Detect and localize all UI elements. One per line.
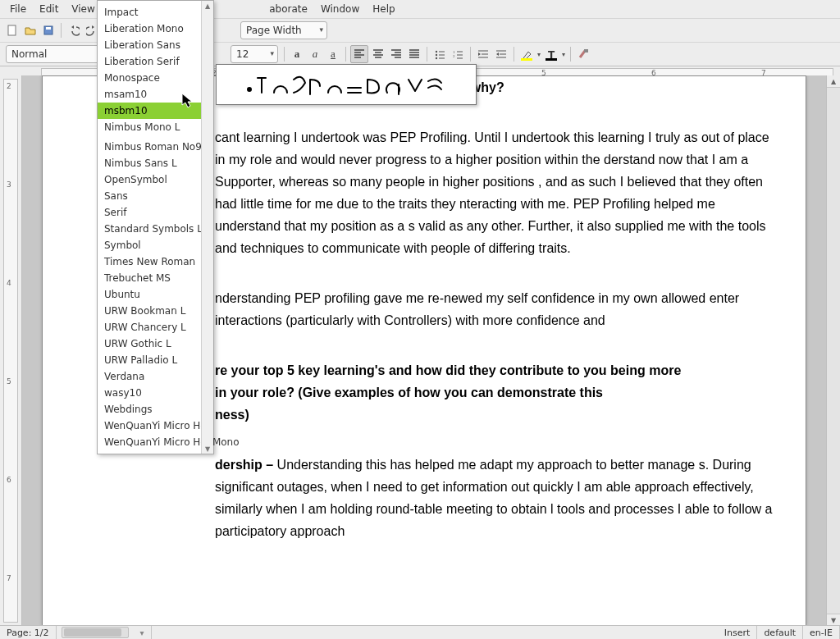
- font-option[interactable]: wasy10: [98, 385, 213, 401]
- font-color-button[interactable]: T: [544, 48, 559, 61]
- ruler-tick: 3: [7, 180, 11, 189]
- dropdown-scrollbar[interactable]: ▲ ▼: [201, 1, 213, 454]
- svg-point-12: [248, 88, 251, 91]
- toolbar-separator: [427, 47, 427, 62]
- status-language[interactable]: en-IE: [803, 626, 840, 639]
- ruler-tick: 5: [7, 377, 11, 386]
- menu-file[interactable]: File: [3, 1, 33, 17]
- align-right-button[interactable]: [388, 46, 404, 62]
- new-icon[interactable]: [5, 23, 20, 38]
- scroll-down-icon[interactable]: ▼: [205, 444, 210, 454]
- font-option[interactable]: URW Palladio L: [98, 352, 213, 368]
- svg-point-6: [436, 51, 437, 52]
- zoom-value: Page Width: [246, 25, 302, 36]
- font-preview-tooltip: [216, 64, 477, 105]
- ruler-tick: 4: [7, 279, 11, 287]
- svg-rect-0: [8, 25, 16, 35]
- status-insert-mode[interactable]: Insert: [718, 626, 758, 639]
- zoom-combo[interactable]: Page Width: [240, 21, 327, 39]
- toolbar-separator: [470, 47, 471, 62]
- font-option[interactable]: msbm10: [98, 103, 213, 119]
- save-icon[interactable]: [41, 23, 56, 38]
- doc-paragraph: nderstanding PEP profiling gave me re-ne…: [215, 287, 773, 331]
- svg-rect-11: [584, 49, 588, 52]
- bullet-list-button[interactable]: [431, 46, 448, 62]
- menu-edit[interactable]: Edit: [33, 1, 65, 17]
- menu-help[interactable]: Help: [366, 1, 401, 17]
- font-option[interactable]: URW Chancery L: [98, 319, 213, 335]
- doc-heading-2-line3: ness): [215, 404, 773, 426]
- paragraph-style-combo[interactable]: Normal: [6, 45, 107, 63]
- font-option[interactable]: Webdings: [98, 401, 213, 418]
- svg-text:2: 2: [453, 54, 455, 58]
- doc-paragraph: cant learning I undertook was PEP Profil…: [215, 126, 773, 259]
- horizontal-scrollbar[interactable]: [62, 627, 129, 638]
- scroll-up-icon[interactable]: ▲: [205, 1, 210, 11]
- font-option[interactable]: msam10: [98, 86, 213, 103]
- font-option[interactable]: Standard Symbols L: [98, 221, 213, 237]
- font-option[interactable]: Trebuchet MS: [98, 270, 213, 286]
- font-option[interactable]: URW Bookman L: [98, 303, 213, 319]
- menu-collaborate[interactable]: aborate: [262, 1, 314, 17]
- toolbar-separator: [514, 47, 514, 62]
- align-left-button[interactable]: [350, 45, 368, 63]
- highlight-color-dropdown[interactable]: ▾: [536, 51, 542, 58]
- font-color-dropdown[interactable]: ▾: [560, 51, 567, 58]
- font-size-value: 12: [236, 48, 249, 60]
- font-option[interactable]: Impact: [98, 4, 213, 21]
- doc-heading-2-line2: in your role? (Give examples of how you …: [215, 381, 773, 404]
- font-option[interactable]: Serif: [98, 204, 213, 221]
- underline-button[interactable]: a: [325, 46, 341, 62]
- font-option[interactable]: Sans: [98, 188, 213, 204]
- font-name-dropdown[interactable]: ImpactLiberation MonoLiberation SansLibe…: [97, 0, 214, 454]
- font-option[interactable]: Nimbus Sans L: [98, 155, 213, 171]
- font-option[interactable]: WenQuanYi Micro Hei: [98, 418, 213, 434]
- font-option[interactable]: Verdana: [98, 368, 213, 385]
- vertical-scrollbar[interactable]: ▲ ▼: [826, 75, 840, 626]
- font-option[interactable]: Liberation Serif: [98, 53, 213, 70]
- menu-window[interactable]: Window: [314, 1, 366, 17]
- toolbar-separator: [345, 47, 346, 62]
- align-justify-button[interactable]: [406, 46, 422, 62]
- doc-text: Understanding this has helped me adapt m…: [215, 458, 772, 538]
- status-layout: default: [757, 626, 803, 639]
- font-option[interactable]: Nimbus Mono L: [98, 119, 213, 135]
- svg-point-8: [436, 57, 437, 59]
- svg-point-7: [436, 54, 437, 56]
- undo-icon[interactable]: [66, 23, 81, 38]
- italic-button[interactable]: a: [307, 46, 323, 62]
- toolbar-separator: [61, 23, 62, 38]
- ruler-tick: 2: [7, 82, 11, 90]
- font-option[interactable]: Ubuntu: [98, 286, 213, 303]
- format-paintbrush-button[interactable]: [575, 46, 591, 62]
- doc-paragraph: dership – Understanding this has helped …: [215, 454, 773, 542]
- font-option[interactable]: URW Gothic L: [98, 335, 213, 352]
- font-size-combo[interactable]: 12: [231, 45, 278, 63]
- bold-button[interactable]: a: [289, 46, 305, 62]
- font-option[interactable]: Monospace: [98, 70, 213, 86]
- font-option[interactable]: Times New Roman: [98, 253, 213, 270]
- font-option[interactable]: OpenSymbol: [98, 171, 213, 188]
- align-center-button[interactable]: [370, 46, 386, 62]
- font-option[interactable]: Nimbus Roman No9 L: [98, 139, 213, 155]
- scroll-down-icon[interactable]: ▼: [827, 614, 840, 626]
- font-option[interactable]: WenQuanYi Micro Hei Mono: [98, 434, 213, 450]
- font-option[interactable]: Liberation Mono: [98, 21, 213, 37]
- ruler-tick: 7: [7, 574, 11, 582]
- doc-bold-lead: dership –: [215, 458, 277, 472]
- font-option[interactable]: Symbol: [98, 237, 213, 253]
- decrease-indent-button[interactable]: [493, 46, 509, 62]
- status-page: Page: 1/2: [0, 626, 57, 639]
- increase-indent-button[interactable]: [475, 46, 491, 62]
- toolbar-separator: [284, 47, 285, 62]
- status-bar: Page: 1/2 ▾ Insert default en-IE: [0, 625, 840, 639]
- toolbar-separator: [570, 47, 571, 62]
- open-icon[interactable]: [23, 23, 38, 38]
- numbered-list-button[interactable]: 12: [450, 46, 466, 62]
- ruler-tick: 6: [7, 476, 11, 484]
- font-option[interactable]: Liberation Sans: [98, 37, 213, 53]
- paragraph-style-value: Normal: [11, 48, 47, 60]
- svg-rect-2: [46, 27, 51, 30]
- scroll-up-icon[interactable]: ▲: [827, 75, 840, 88]
- highlight-color-button[interactable]: [519, 48, 534, 61]
